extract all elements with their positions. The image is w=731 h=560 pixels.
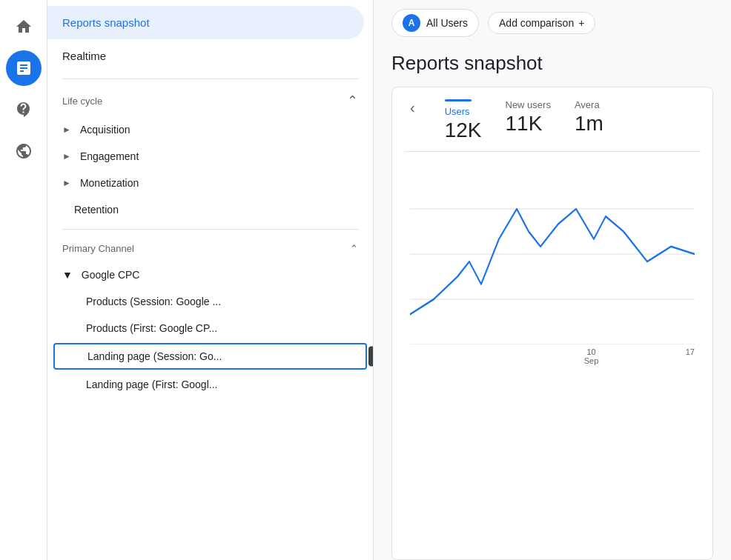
- prev-metric-button[interactable]: ‹: [410, 99, 421, 116]
- sidebar-item-reports-snapshot[interactable]: Reports snapshot: [47, 6, 364, 39]
- sidebar: Reports snapshot Realtime Life cycle ⌃ ►…: [47, 0, 374, 560]
- google-cpc-label: Google CPC: [82, 269, 140, 281]
- add-comparison-plus-icon: +: [578, 17, 584, 29]
- retention-label: Retention: [74, 204, 119, 216]
- all-users-segment[interactable]: A All Users: [391, 9, 479, 37]
- all-users-label: All Users: [426, 17, 468, 29]
- x-date-17: 17: [686, 347, 695, 356]
- metric-users[interactable]: Users 12K: [445, 99, 482, 142]
- reports-icon[interactable]: [6, 92, 42, 127]
- main-content: A All Users Add comparison + Reports sna…: [374, 0, 731, 560]
- new-users-metric-value: 11K: [506, 112, 551, 136]
- users-metric-label: Users: [445, 106, 482, 117]
- metric-new-users[interactable]: New users 11K: [506, 99, 551, 136]
- products-first-label: Products (First: Google CP...: [86, 322, 217, 334]
- active-metric-bar: [445, 99, 472, 101]
- landing-page-tooltip: Landing page (Session: Google/cpc): [368, 347, 374, 367]
- x-month-sep: Sep: [584, 356, 599, 365]
- sidebar-item-landing-page-session[interactable]: Landing page (Session: Go... Landing pag…: [53, 343, 367, 370]
- line-chart: [410, 164, 695, 344]
- lifecycle-caret-icon: ⌃: [347, 93, 358, 109]
- sidebar-item-products-session[interactable]: Products (Session: Google ...: [47, 288, 373, 315]
- arrow-icon: ►: [62, 151, 71, 161]
- sidebar-item-products-first[interactable]: Products (First: Google CP...: [47, 315, 373, 341]
- primary-channel-section-header[interactable]: Primary Channel ⌃: [47, 236, 373, 261]
- arrow-icon: ►: [62, 124, 71, 135]
- primary-channel-caret-icon: ⌃: [350, 243, 358, 254]
- users-metric-value: 12K: [445, 119, 482, 142]
- chart-area: [404, 152, 701, 344]
- sidebar-item-realtime[interactable]: Realtime: [47, 39, 373, 73]
- x-date-10: 10: [586, 347, 595, 356]
- explore-icon[interactable]: [6, 133, 42, 169]
- icon-rail: [0, 0, 47, 560]
- metric-average[interactable]: Avera 1m: [575, 99, 603, 136]
- down-arrow-icon: ▼: [62, 269, 73, 281]
- divider-1: [62, 79, 358, 79]
- sidebar-item-google-cpc[interactable]: ▼ Google CPC: [47, 261, 373, 288]
- landing-page-session-label: Landing page (Session: Go...: [87, 350, 222, 362]
- x-label-17: 17: [686, 347, 695, 365]
- x-axis-labels: 10 Sep 17: [404, 344, 701, 365]
- engagement-label: Engagement: [80, 150, 139, 162]
- metrics-row: ‹ Users 12K New users 11K Avera 1m: [404, 99, 701, 152]
- add-comparison-label: Add comparison: [499, 17, 574, 29]
- landing-page-first-label: Landing page (First: Googl...: [86, 379, 217, 390]
- lifecycle-section-header[interactable]: Life cycle ⌃: [47, 85, 373, 116]
- analytics-icon[interactable]: [6, 50, 42, 86]
- acquisition-label: Acquisition: [80, 124, 130, 136]
- avg-metric-label: Avera: [575, 99, 603, 110]
- top-bar: A All Users Add comparison +: [374, 0, 731, 46]
- chart-card: ‹ Users 12K New users 11K Avera 1m: [391, 87, 713, 560]
- products-session-label: Products (Session: Google ...: [86, 296, 221, 307]
- all-users-avatar: A: [403, 14, 420, 32]
- divider-2: [62, 229, 358, 230]
- new-users-metric-label: New users: [506, 99, 551, 110]
- avg-metric-value: 1m: [575, 112, 603, 136]
- primary-channel-label: Primary Channel: [62, 243, 134, 254]
- x-label-sep10: 10 Sep: [584, 347, 599, 365]
- sidebar-item-engagement[interactable]: ► Engagement: [47, 143, 373, 170]
- sidebar-item-retention[interactable]: Retention: [47, 196, 373, 223]
- add-comparison-button[interactable]: Add comparison +: [488, 12, 595, 34]
- sidebar-item-acquisition[interactable]: ► Acquisition: [47, 116, 373, 143]
- lifecycle-label: Life cycle: [62, 96, 102, 107]
- monetization-label: Monetization: [80, 177, 139, 189]
- sidebar-item-landing-page-first[interactable]: Landing page (First: Googl...: [47, 371, 373, 398]
- sidebar-item-monetization[interactable]: ► Monetization: [47, 170, 373, 196]
- home-icon[interactable]: [6, 9, 42, 44]
- page-title: Reports snapshot: [374, 46, 731, 87]
- arrow-icon: ►: [62, 178, 71, 188]
